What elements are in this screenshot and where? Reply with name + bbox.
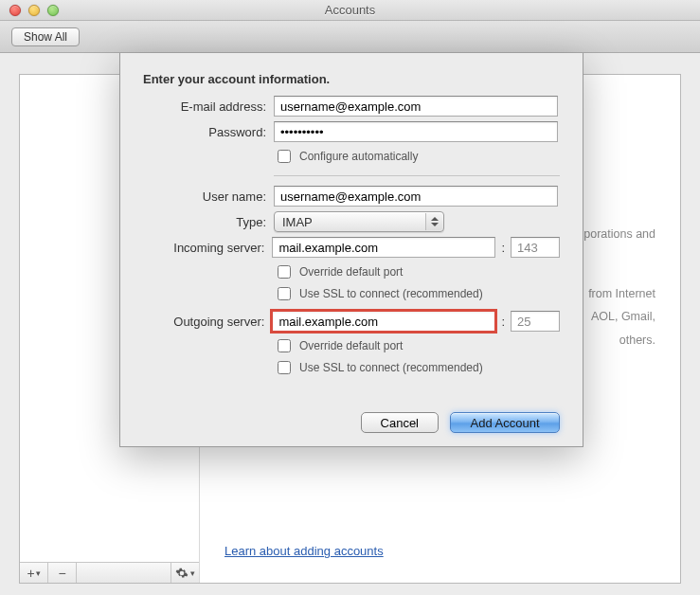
accounts-options-button[interactable]: ▾	[171, 563, 199, 583]
password-label: Password:	[143, 125, 266, 139]
titlebar: Accounts	[0, 0, 700, 21]
incoming-server-input[interactable]	[272, 237, 495, 258]
outgoing-use-ssl-checkbox[interactable]	[278, 361, 291, 374]
add-account-button[interactable]: Add Account	[450, 412, 560, 433]
outgoing-port-input[interactable]	[511, 311, 560, 332]
bg-line-6: others.	[619, 334, 655, 347]
bg-line-4: from Internet	[588, 287, 655, 300]
configure-automatically-checkbox[interactable]	[278, 150, 291, 163]
separator	[274, 175, 560, 176]
plus-icon: +	[27, 566, 34, 581]
sidebar-footer: +▾ − ▾	[20, 562, 199, 583]
incoming-override-port-checkbox[interactable]	[278, 265, 291, 279]
gear-icon	[175, 567, 188, 580]
chevron-down-icon: ▾	[36, 568, 41, 578]
colon: :	[501, 241, 505, 255]
sheet-heading: Enter your account information.	[143, 72, 560, 86]
outgoing-use-ssl-label: Use SSL to connect (recommended)	[299, 361, 483, 374]
password-input[interactable]	[274, 121, 558, 142]
account-type-value: IMAP	[282, 215, 313, 229]
username-input[interactable]	[274, 186, 558, 207]
email-label: E-mail address:	[143, 99, 266, 114]
outgoing-override-port-checkbox[interactable]	[278, 339, 291, 352]
add-account-button[interactable]: +▾	[20, 563, 48, 583]
add-account-sheet: Enter your account information. E-mail a…	[119, 53, 583, 447]
incoming-use-ssl-label: Use SSL to connect (recommended)	[299, 287, 483, 300]
outgoing-override-port-label: Override default port	[299, 339, 403, 352]
email-input[interactable]	[274, 96, 558, 117]
incoming-override-port-label: Override default port	[299, 265, 403, 279]
colon: :	[501, 315, 505, 329]
incoming-server-label: Incoming server:	[143, 241, 264, 255]
cancel-button[interactable]: Cancel	[361, 412, 439, 433]
minus-icon: −	[58, 566, 65, 581]
chevron-down-icon: ▾	[190, 568, 195, 578]
toolbar: Show All	[0, 21, 700, 53]
bg-line-5: AOL, Gmail,	[591, 310, 655, 323]
incoming-port-input[interactable]	[511, 237, 560, 258]
outgoing-server-input[interactable]	[272, 311, 495, 332]
configure-automatically-label: Configure automatically	[299, 150, 418, 163]
outgoing-server-label: Outgoing server:	[143, 315, 264, 329]
username-label: User name:	[143, 189, 266, 204]
account-type-select[interactable]: IMAP	[274, 211, 444, 232]
type-label: Type:	[143, 215, 266, 229]
updown-caret-icon	[425, 213, 442, 230]
show-all-button[interactable]: Show All	[11, 27, 80, 46]
learn-about-adding-accounts-link[interactable]: Learn about adding accounts	[224, 544, 384, 558]
incoming-use-ssl-checkbox[interactable]	[278, 287, 291, 300]
window-title: Accounts	[0, 3, 700, 17]
remove-account-button[interactable]: −	[48, 563, 77, 583]
